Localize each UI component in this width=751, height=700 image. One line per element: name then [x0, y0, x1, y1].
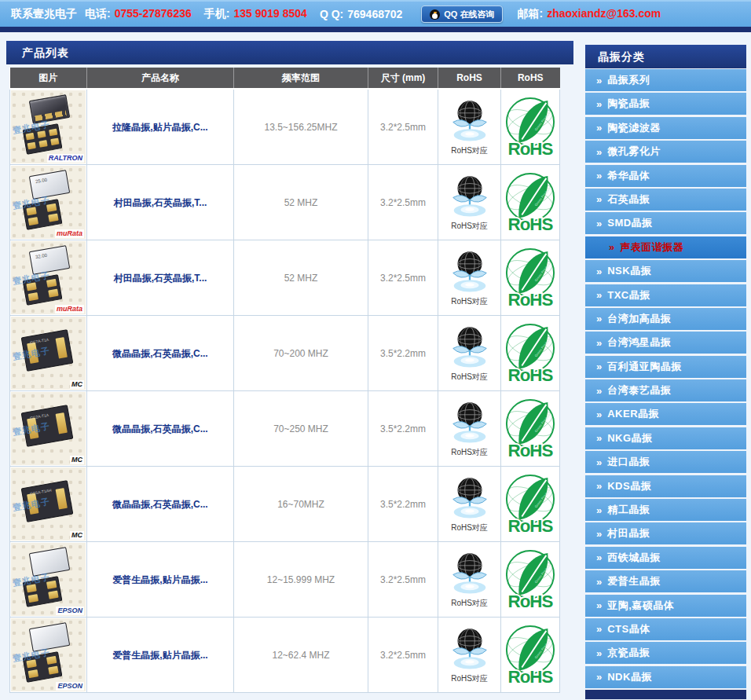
category-label: 台湾加高晶振: [607, 312, 671, 326]
topbar-divider: [0, 27, 751, 32]
chevron-right-icon: »: [596, 576, 602, 588]
category-item[interactable]: » 精工晶振: [585, 499, 746, 521]
category-label: 台湾鸿星晶振: [607, 335, 671, 350]
chip-top-graphic: [29, 94, 70, 124]
category-item[interactable]: » 希华晶体: [585, 165, 746, 187]
product-name-link[interactable]: 微晶晶振,石英晶振,C...: [112, 499, 207, 510]
chip-top-graphic: [29, 622, 70, 652]
table-row: 25.00 壹兆电子 muRata 村田晶振,石英晶振,T... 52 MHZ …: [10, 165, 560, 240]
mobile-label: 手机:: [204, 7, 230, 21]
category-item[interactable]: » 京瓷晶振: [585, 642, 746, 664]
chevron-right-icon: »: [596, 193, 602, 205]
product-name-cell: 村田晶振,石英晶振,T...: [87, 165, 234, 240]
rohs-logo-text: RoHS: [508, 440, 554, 460]
product-name-link[interactable]: 微晶晶振,石英晶振,C...: [112, 423, 207, 434]
email-link[interactable]: zhaoxiandz@163.com: [547, 7, 661, 21]
category-item[interactable]: » KDS晶振: [585, 475, 746, 497]
chevron-right-icon: »: [596, 432, 602, 444]
frequency-value: 70~250 MHZ: [234, 391, 368, 467]
frequency-value: 52 MHZ: [234, 240, 368, 316]
category-item[interactable]: » AKER晶振: [585, 403, 746, 425]
product-name-link[interactable]: 村田晶振,石英晶振,T...: [114, 273, 207, 284]
product-image[interactable]: CC5A-T1AH 壹兆电子 MC: [11, 467, 86, 541]
category-item[interactable]: » 爱普生晶振: [585, 570, 746, 592]
category-item[interactable]: » 西铁城晶振: [585, 547, 746, 569]
category-item[interactable]: » SMD晶振: [585, 212, 746, 234]
category-item[interactable]: » NSK晶振: [585, 260, 746, 282]
category-item[interactable]: » 台湾鸿星晶振: [585, 332, 746, 354]
phone-label: 电话:: [85, 7, 111, 21]
rohs-badge-label: RoHS对应: [447, 447, 493, 458]
brand-label: muRata: [55, 305, 84, 313]
category-item[interactable]: » 晶振系列: [585, 69, 746, 91]
category-label: SMD晶振: [607, 216, 652, 230]
size-value: 3.5*2.2mm: [368, 467, 438, 542]
product-name-link[interactable]: 村田晶振,石英晶振,T...: [114, 197, 207, 208]
rohs-badge-label: RoHS对应: [447, 598, 493, 609]
product-image[interactable]: CC2A-T1A 壹兆电子 MC: [11, 392, 86, 465]
chevron-right-icon: »: [596, 75, 602, 86]
table-row: 32.00 壹兆电子 muRata 村田晶振,石英晶振,T... 52 MHZ …: [10, 240, 560, 316]
rohs-badge-label: RoHS对应: [447, 673, 493, 684]
chevron-right-icon: »: [596, 647, 602, 659]
category-item[interactable]: » 亚陶,嘉硕晶体: [585, 595, 746, 617]
rohs-logo-text: RoHS: [508, 666, 554, 686]
qq-online-chat-button[interactable]: QQ 在线咨询: [421, 5, 503, 23]
rohs-green-logo-icon: Green Products RoHS: [504, 394, 556, 460]
product-name-link[interactable]: 爱普生晶振,贴片晶振...: [112, 650, 207, 661]
chevron-right-icon: »: [596, 361, 602, 372]
product-name-cell: 村田晶振,石英晶振,T...: [87, 240, 234, 316]
rohs-green-logo-icon: Green Products RoHS: [504, 545, 556, 611]
product-image[interactable]: 25.00 壹兆电子 muRata: [11, 166, 86, 239]
rohs-badge-cell: RoHS对应: [438, 240, 501, 316]
category-item[interactable]: » CTS晶体: [585, 618, 746, 640]
product-name-link[interactable]: 拉隆晶振,贴片晶振,C...: [112, 122, 207, 133]
chevron-right-icon: »: [596, 504, 602, 516]
column-header: 图片: [10, 68, 87, 89]
product-image[interactable]: 32.00 壹兆电子 muRata: [11, 241, 86, 314]
rohs-logo-cell: Green Products RoHS: [501, 618, 560, 693]
category-label: 进口晶振: [607, 455, 650, 469]
rohs-green-logo-icon: Green Products RoHS: [504, 168, 556, 234]
category-item[interactable]: » NKG晶振: [585, 427, 746, 449]
column-header: 频率范围: [234, 68, 368, 89]
product-name-cell: 爱普生晶振,贴片晶振...: [87, 618, 234, 693]
rohs-green-logo-icon: Green Products RoHS: [504, 319, 556, 385]
size-value: 3.2*2.5mm: [368, 240, 438, 316]
category-item[interactable]: » 台湾加高晶振: [585, 308, 746, 330]
category-item[interactable]: » 声表面谐振器: [585, 236, 746, 258]
chevron-right-icon: »: [596, 98, 602, 110]
category-item[interactable]: » 台湾泰艺晶振: [585, 379, 746, 401]
product-name-link[interactable]: 微晶晶振,石英晶振,C...: [112, 348, 207, 359]
rohs-logo-text: RoHS: [508, 138, 554, 158]
product-image[interactable]: CC7A-T1A 壹兆电子 MC: [11, 317, 86, 390]
chevron-right-icon: »: [596, 599, 602, 611]
category-item[interactable]: » 百利通亚陶晶振: [585, 356, 746, 378]
category-label: 石英晶振: [607, 192, 650, 207]
product-name-link[interactable]: 爱普生晶振,贴片晶振...: [112, 574, 207, 585]
column-header: 产品名称: [87, 68, 234, 89]
frequency-value: 70~200 MHZ: [234, 316, 368, 391]
chevron-right-icon: »: [596, 337, 602, 349]
topbar: 联系壹兆电子 电话: 0755-27876236 手机: 135 9019 85…: [0, 0, 751, 27]
size-value: 3.5*2.2mm: [368, 316, 438, 391]
product-image[interactable]: 壹兆电子 EPSON: [11, 543, 86, 616]
category-item[interactable]: » 微孔雾化片: [585, 141, 746, 163]
category-item[interactable]: » TXC晶振: [585, 284, 746, 306]
category-item[interactable]: » NDK晶振: [585, 666, 746, 688]
product-list-panel: 产品列表 图片产品名称频率范围尺寸 (mm)RoHSRoHS 壹兆电子 RALT…: [6, 41, 573, 693]
category-item[interactable]: » 石英晶振: [585, 189, 746, 211]
product-list-title: 产品列表: [6, 41, 573, 64]
rohs-logo-text: RoHS: [508, 214, 554, 233]
qq-label: Q Q:: [320, 8, 343, 20]
category-item[interactable]: » 陶瓷晶振: [585, 93, 746, 115]
product-name-cell: 微晶晶振,石英晶振,C...: [87, 391, 234, 467]
category-item[interactable]: » 进口晶振: [585, 451, 746, 473]
product-image-cell: 32.00 壹兆电子 muRata: [10, 240, 87, 316]
category-item[interactable]: » 陶瓷滤波器: [585, 117, 746, 139]
category-item[interactable]: » 村田晶振: [585, 522, 746, 544]
product-image[interactable]: 壹兆电子 EPSON: [11, 618, 86, 691]
rohs-globe-icon: RoHS对应: [447, 551, 493, 609]
size-value: 3.2*2.5mm: [368, 542, 438, 618]
product-image[interactable]: 壹兆电子 RALTRON: [11, 90, 86, 163]
